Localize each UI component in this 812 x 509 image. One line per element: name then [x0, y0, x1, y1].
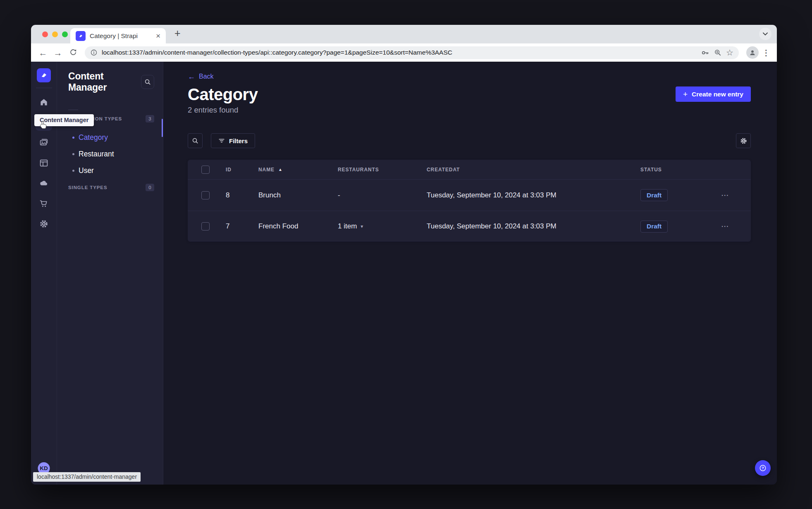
home-icon: [39, 97, 49, 107]
close-window-button[interactable]: [42, 31, 48, 37]
row-actions-button[interactable]: ⋯: [721, 222, 729, 230]
cell-name: French Food: [258, 222, 338, 230]
plus-icon: +: [683, 90, 688, 98]
list-toolbar: Filters: [188, 133, 751, 148]
collection-types-list: Category Restaurant User: [68, 129, 154, 179]
browser-menu-kebab-icon[interactable]: ⋮: [761, 48, 771, 58]
subnav-divider: [68, 110, 78, 110]
browser-toolbar: ← → localhost:1337/admin/content-manager…: [31, 43, 777, 62]
nav-content-type-builder-button[interactable]: [36, 155, 52, 171]
layout-icon: [39, 158, 49, 168]
cell-createdat: Tuesday, September 10, 2024 at 3:03 PM: [427, 191, 640, 199]
search-icon: [191, 137, 199, 144]
browser-tab[interactable]: Category | Strapi ×: [70, 28, 166, 43]
filters-button[interactable]: Filters: [211, 133, 255, 148]
browser-window: Category | Strapi × + ← → localhost:1337…: [31, 25, 777, 485]
browser-back-button[interactable]: ←: [37, 48, 49, 57]
cell-createdat: Tuesday, September 10, 2024 at 3:03 PM: [427, 222, 640, 230]
column-createdat[interactable]: CREATEDAT: [427, 167, 640, 173]
status-badge: Draft: [640, 221, 668, 233]
browser-reload-button[interactable]: [67, 48, 79, 57]
back-arrow-icon: ←: [188, 73, 195, 80]
bullet-icon: [72, 170, 74, 172]
nav-settings-button[interactable]: [36, 216, 52, 232]
page-title: Category: [188, 86, 258, 103]
sort-asc-icon[interactable]: ▲: [278, 168, 283, 172]
nav-home-button[interactable]: [36, 94, 52, 110]
row-checkbox[interactable]: [201, 222, 210, 230]
question-mark-icon: ?: [758, 463, 767, 473]
table-header: ID NAME ▲ RESTAURANTS CREATEDAT STATUS: [188, 160, 751, 180]
bullet-icon: [72, 153, 74, 155]
row-actions-button[interactable]: ⋯: [721, 191, 729, 199]
svg-text:?: ?: [762, 466, 764, 470]
column-name[interactable]: NAME ▲: [258, 167, 338, 173]
rail-divider: [36, 88, 52, 88]
entries-count: 2 entries found: [188, 106, 751, 115]
media-library-icon: [39, 138, 49, 148]
shopping-cart-icon: [39, 199, 49, 209]
link-preview-statusbar: localhost:1337/admin/content-manager: [33, 472, 141, 482]
column-id[interactable]: ID: [226, 167, 258, 173]
create-new-entry-button[interactable]: + Create new entry: [676, 86, 751, 102]
entries-table: ID NAME ▲ RESTAURANTS CREATEDAT STATUS 8: [188, 160, 751, 242]
subnav-search-button[interactable]: [141, 75, 154, 89]
gear-icon: [39, 219, 49, 229]
active-item-indicator: [162, 119, 163, 137]
desktop: Category | Strapi × + ← → localhost:1337…: [0, 0, 812, 509]
cell-id: 7: [226, 222, 258, 230]
browser-forward-button[interactable]: →: [52, 48, 64, 57]
subnav-item-restaurant[interactable]: Restaurant: [68, 146, 154, 162]
main-content: ← Back Category + Create new entry 2 ent…: [163, 62, 777, 485]
single-types-section[interactable]: SINGLE TYPES 0: [68, 184, 154, 191]
subnav-title: Content Manager: [68, 71, 141, 93]
zoom-window-button[interactable]: [62, 31, 68, 37]
new-tab-button[interactable]: +: [174, 28, 181, 38]
tab-search-chevron-icon[interactable]: [759, 28, 771, 40]
column-restaurants[interactable]: RESTAURANTS: [338, 167, 427, 173]
nav-media-library-button[interactable]: [36, 134, 52, 151]
help-button[interactable]: ?: [755, 460, 771, 476]
table-row[interactable]: 8 Brunch - Tuesday, September 10, 2024 a…: [188, 180, 751, 211]
minimize-window-button[interactable]: [52, 31, 58, 37]
table-search-button[interactable]: [188, 133, 203, 148]
subnav-item-user[interactable]: User: [68, 162, 154, 179]
strapi-logo[interactable]: [37, 68, 51, 82]
bullet-icon: [72, 137, 74, 139]
browser-profile-avatar[interactable]: [746, 46, 759, 59]
cell-id: 8: [226, 191, 258, 199]
cell-restaurants-dropdown[interactable]: 1 item ▾: [338, 222, 427, 230]
cell-restaurants: -: [338, 191, 427, 199]
window-controls: [31, 31, 68, 37]
strapi-favicon-icon: [76, 31, 86, 41]
filter-icon: [218, 137, 225, 144]
url-text[interactable]: localhost:1337/admin/content-manager/col…: [102, 49, 697, 56]
search-icon: [144, 78, 151, 86]
nav-marketplace-button[interactable]: [36, 195, 52, 212]
strapi-admin: KD Content Manager COLLECTION TYPES 3: [31, 62, 777, 485]
chevron-down-icon: ▾: [361, 224, 363, 229]
subnav-item-category[interactable]: Category: [68, 129, 154, 146]
select-all-checkbox[interactable]: [201, 166, 210, 174]
view-settings-button[interactable]: [736, 133, 751, 148]
password-key-icon[interactable]: [701, 48, 709, 57]
nav-cloud-button[interactable]: [36, 175, 52, 192]
tab-title: Category | Strapi: [90, 32, 152, 40]
column-status: STATUS: [640, 167, 721, 173]
collection-types-count-badge: 3: [146, 115, 154, 122]
browser-tabstrip: Category | Strapi × +: [31, 25, 777, 43]
status-badge: Draft: [640, 189, 668, 201]
zoom-page-icon[interactable]: [714, 48, 722, 57]
address-bar[interactable]: localhost:1337/admin/content-manager/col…: [85, 46, 739, 59]
back-link[interactable]: ← Back: [188, 73, 751, 80]
bookmark-star-icon[interactable]: ☆: [726, 48, 733, 57]
site-info-icon[interactable]: [90, 49, 98, 56]
cell-name: Brunch: [258, 191, 338, 199]
cursor-pointer: [39, 121, 47, 131]
single-types-count-badge: 0: [146, 184, 154, 191]
gear-icon: [740, 137, 748, 145]
table-row[interactable]: 7 French Food 1 item ▾ Tuesday, Septembe…: [188, 211, 751, 242]
tab-close-icon[interactable]: ×: [156, 32, 160, 40]
cloud-icon: [39, 178, 49, 188]
row-checkbox[interactable]: [201, 191, 210, 199]
